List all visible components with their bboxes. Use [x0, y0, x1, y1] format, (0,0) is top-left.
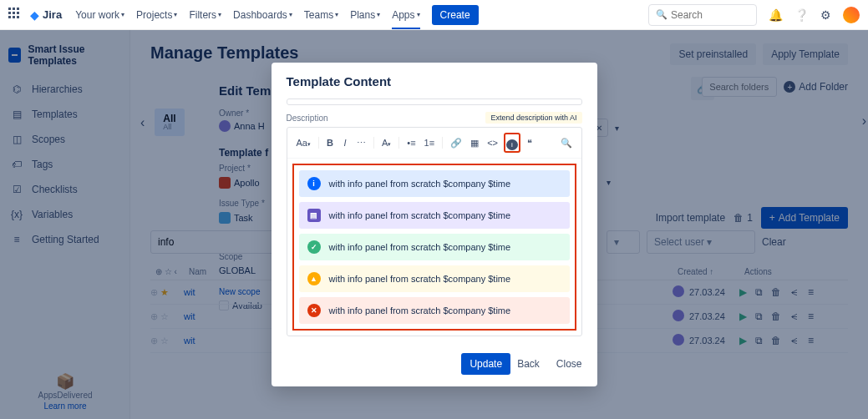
warning-panel[interactable]: ▲ with info panel from scratch $company …	[299, 265, 570, 292]
error-panel[interactable]: ✕ with info panel from scratch $company …	[299, 297, 570, 324]
notifications-icon[interactable]: 🔔	[769, 8, 783, 22]
nav-teams[interactable]: Teams▾	[304, 9, 338, 21]
global-search[interactable]: 🔍	[648, 4, 757, 26]
italic-button[interactable]: I	[339, 136, 351, 149]
info-icon: i	[307, 177, 321, 190]
top-nav: ◆ Jira Your work▾ Projects▾ Filters▾ Das…	[0, 0, 868, 30]
text-style-dropdown[interactable]: Aa▾	[294, 136, 313, 149]
nav-apps[interactable]: Apps▾	[392, 9, 419, 29]
update-button[interactable]: Update	[461, 353, 510, 375]
modal-title: Template Content	[287, 74, 582, 88]
close-button[interactable]: Close	[556, 358, 582, 370]
text-color-button[interactable]: A▾	[379, 136, 393, 149]
nav-items: Your work▾ Projects▾ Filters▾ Dashboards…	[75, 9, 419, 21]
description-label: Description	[287, 114, 328, 123]
settings-icon[interactable]: ⚙	[820, 8, 831, 22]
bullet-list-button[interactable]: •≡	[404, 136, 418, 149]
nav-your-work[interactable]: Your work▾	[75, 9, 124, 21]
jira-logo-icon: ◆	[30, 8, 39, 22]
ai-extend-hint[interactable]: Extend description with AI	[485, 112, 581, 124]
jira-logo-text: Jira	[43, 8, 62, 21]
link-button[interactable]: 🔗	[448, 136, 464, 150]
template-content-modal: Template Content Description Extend desc…	[272, 63, 597, 386]
nav-filters[interactable]: Filters▾	[189, 9, 221, 21]
user-avatar[interactable]	[843, 7, 860, 23]
numbered-list-button[interactable]: 1≡	[422, 136, 438, 149]
more-formatting-button[interactable]: ⋯	[354, 136, 368, 150]
info-panel-button[interactable]: i	[506, 139, 518, 150]
rich-text-editor: Aa▾ B I ⋯ A▾ •≡ 1≡ 🔗 ▦ <> i	[287, 127, 582, 336]
code-button[interactable]: <>	[485, 136, 500, 149]
warning-icon: ▲	[307, 272, 321, 285]
find-button[interactable]: 🔍	[558, 136, 575, 150]
search-icon: 🔍	[656, 9, 667, 20]
info-panel-button-highlight: i	[504, 133, 520, 153]
table-button[interactable]: ▦	[468, 136, 481, 150]
note-panel[interactable]: ▤ with info panel from scratch $company …	[299, 202, 570, 229]
quote-button[interactable]: ❝	[524, 136, 536, 150]
jira-logo[interactable]: ◆ Jira	[30, 8, 62, 22]
nav-dashboards[interactable]: Dashboards▾	[233, 9, 292, 21]
success-panel[interactable]: ✓ with info panel from scratch $company …	[299, 234, 570, 260]
panels-highlight: i with info panel from scratch $company …	[292, 164, 576, 331]
bold-button[interactable]: B	[324, 136, 336, 149]
app-switcher-icon[interactable]	[8, 8, 23, 23]
nav-projects[interactable]: Projects▾	[136, 9, 177, 21]
help-icon[interactable]: ❔	[794, 8, 809, 22]
back-button[interactable]: Back	[517, 358, 540, 370]
info-panel[interactable]: i with info panel from scratch $company …	[299, 170, 570, 197]
success-icon: ✓	[307, 240, 321, 254]
search-input[interactable]	[671, 9, 749, 21]
modal-overlay: Template Content Description Extend desc…	[0, 30, 868, 419]
error-icon: ✕	[307, 304, 321, 317]
note-icon: ▤	[307, 209, 321, 222]
create-button[interactable]: Create	[432, 5, 479, 25]
nav-plans[interactable]: Plans▾	[350, 9, 380, 21]
editor-toolbar: Aa▾ B I ⋯ A▾ •≡ 1≡ 🔗 ▦ <> i	[287, 128, 581, 159]
